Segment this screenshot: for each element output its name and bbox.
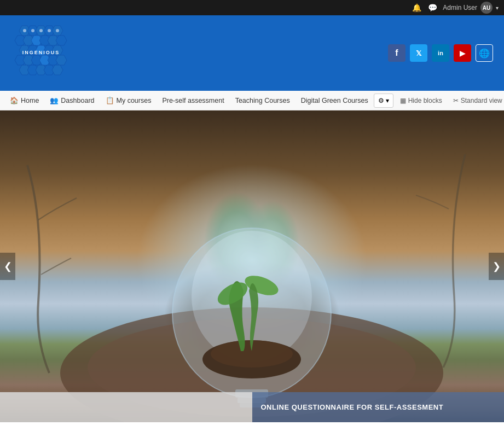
nav-item-my-courses[interactable]: 📋 My courses (100, 91, 157, 110)
nav-item-teaching-courses[interactable]: Teaching Courses (230, 91, 296, 110)
nav-home-label: Home (21, 97, 39, 104)
twitter-icon[interactable]: 𝕏 (410, 44, 427, 62)
nav-my-courses-label: My courses (117, 97, 152, 104)
hero-prev-button[interactable]: ❮ (0, 253, 15, 280)
prev-icon: ❮ (4, 260, 12, 272)
settings-button[interactable]: ⚙ ▾ (374, 94, 393, 108)
standard-view-label: Standard view (461, 97, 502, 104)
top-bar: 🔔 💬 Admin User AU ▾ (0, 0, 504, 15)
svg-marker-21 (56, 55, 67, 65)
caption-left-panel (0, 392, 252, 422)
top-bar-user: Admin User AU ▾ (443, 2, 499, 14)
hero-caption: ONLINE QUESTIONNAIRE FOR SELF-ASSESMENT (0, 392, 504, 422)
logo-area: INGENIOUS (11, 23, 77, 83)
hero-background (0, 110, 504, 422)
hero-next-button[interactable]: ❯ (489, 253, 504, 280)
svg-point-28 (23, 29, 26, 32)
nav-teaching-label: Teaching Courses (235, 97, 290, 104)
svg-point-30 (39, 29, 43, 32)
facebook-icon[interactable]: f (388, 44, 405, 62)
site-header: INGENIOUS f 𝕏 in ▶ 🌐 (0, 15, 504, 91)
nav-bar: 🏠 Home 👥 Dashboard 📋 My courses Pre-self… (0, 91, 504, 110)
top-bar-icons: 🔔 💬 (412, 3, 437, 12)
gear-icon: ⚙ (378, 97, 384, 104)
standard-view-icon: ✂ (453, 97, 459, 104)
nav-item-home[interactable]: 🏠 Home (4, 91, 44, 110)
social-icons: f 𝕏 in ▶ 🌐 (388, 44, 493, 62)
nav-left: 🏠 Home 👥 Dashboard 📋 My courses Pre-self… (4, 91, 374, 110)
svg-point-29 (31, 29, 34, 32)
user-dropdown-icon[interactable]: ▾ (496, 5, 499, 11)
nav-digital-green-label: Digital Green Courses (301, 97, 368, 104)
youtube-icon[interactable]: ▶ (454, 44, 471, 62)
user-name-label: Admin User (443, 4, 477, 11)
nav-pre-self-label: Pre-self assessment (162, 97, 224, 104)
settings-dropdown-icon: ▾ (386, 97, 389, 104)
hero-section: ❮ ❯ ONLINE QUESTIONNAIRE FOR SELF-ASSESM… (0, 110, 504, 422)
hide-blocks-button[interactable]: ▦ Hide blocks (396, 91, 447, 110)
nav-item-pre-self-assessment[interactable]: Pre-self assessment (157, 91, 229, 110)
next-icon: ❯ (493, 260, 501, 272)
courses-icon: 📋 (106, 96, 114, 104)
hide-blocks-icon: ▦ (400, 97, 406, 104)
standard-view-button[interactable]: ✂ Standard view (449, 91, 504, 110)
nav-right: ⚙ ▾ ▦ Hide blocks ✂ Standard view (374, 91, 504, 110)
svg-text:INGENIOUS: INGENIOUS (22, 50, 60, 55)
caption-text: ONLINE QUESTIONNAIRE FOR SELF-ASSESMENT (261, 403, 444, 411)
svg-marker-26 (52, 65, 63, 75)
nav-item-digital-green[interactable]: Digital Green Courses (296, 91, 374, 110)
dashboard-icon: 👥 (50, 96, 59, 104)
nav-item-dashboard[interactable]: 👥 Dashboard (44, 91, 100, 110)
user-avatar[interactable]: AU (480, 2, 493, 14)
caption-right-panel: ONLINE QUESTIONNAIRE FOR SELF-ASSESMENT (252, 392, 505, 422)
notification-icon[interactable]: 🔔 (412, 3, 421, 12)
svg-point-32 (56, 29, 59, 32)
nav-dashboard-label: Dashboard (61, 97, 94, 104)
globe-icon[interactable]: 🌐 (476, 44, 493, 62)
hide-blocks-label: Hide blocks (408, 97, 442, 104)
svg-point-31 (48, 29, 51, 32)
logo[interactable]: INGENIOUS (11, 23, 77, 83)
chat-icon[interactable]: 💬 (428, 3, 437, 12)
home-icon: 🏠 (10, 96, 19, 104)
svg-marker-10 (56, 36, 67, 45)
linkedin-icon[interactable]: in (432, 44, 449, 62)
